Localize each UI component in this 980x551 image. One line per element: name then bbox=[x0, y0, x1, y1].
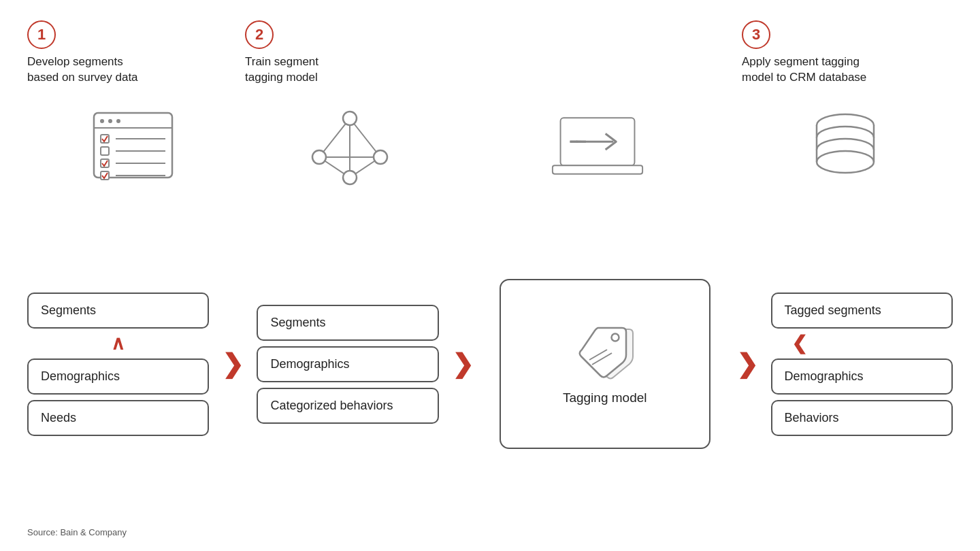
chevron-left-icon: ❮ bbox=[771, 334, 807, 353]
svg-point-39 bbox=[611, 334, 619, 341]
svg-point-19 bbox=[343, 112, 357, 125]
laptop-icon-col bbox=[458, 93, 738, 201]
step-3-col: 3 Apply segment tagging model to CRM dat… bbox=[735, 20, 953, 86]
chevron-right-3-icon: ❯ bbox=[736, 351, 758, 377]
col1-needs-box: Needs bbox=[27, 400, 209, 436]
database-icon-col bbox=[738, 93, 953, 201]
steps-row: 1 Develop segments based on survey data … bbox=[27, 20, 953, 86]
col2-demographics-box: Demographics bbox=[257, 346, 438, 382]
step-2-title: Train segment tagging model bbox=[245, 54, 318, 86]
col2-segments-box: Segments bbox=[257, 305, 438, 341]
flow-col-4: Tagged segments ❮ Demographics Behaviors bbox=[771, 293, 953, 436]
network-icon-col bbox=[242, 93, 457, 201]
database-icon bbox=[798, 106, 893, 188]
svg-point-1 bbox=[100, 119, 104, 123]
arrow-col-2: ❯ bbox=[439, 351, 487, 377]
col2-categorized-box: Categorized behaviors bbox=[257, 388, 438, 424]
svg-point-3 bbox=[116, 119, 120, 123]
caret-up-icon: ∧ bbox=[111, 334, 125, 353]
svg-point-22 bbox=[343, 171, 357, 184]
col4-tagged-box: Tagged segments bbox=[771, 293, 953, 329]
arrow-col-3: ❯ bbox=[723, 351, 771, 377]
col1-demographics-box: Demographics bbox=[27, 358, 209, 395]
svg-rect-24 bbox=[553, 165, 642, 173]
laptop-icon bbox=[550, 106, 645, 188]
source-line: Source: Bain & Company bbox=[27, 527, 953, 537]
flow-col-2: Segments Demographics Categorized behavi… bbox=[257, 305, 438, 424]
page: 1 Develop segments based on survey data … bbox=[0, 0, 980, 551]
tagging-model-box: Tagging model bbox=[500, 279, 710, 449]
svg-point-21 bbox=[374, 150, 387, 164]
flow-col-1: Segments ∧ Demographics Needs bbox=[27, 293, 209, 436]
arrow-col-1: ❯ bbox=[209, 351, 257, 377]
step-1-title: Develop segments based on survey data bbox=[27, 54, 138, 86]
network-icon bbox=[302, 106, 397, 188]
tagging-model-label: Tagging model bbox=[563, 390, 647, 405]
step-center-col bbox=[456, 20, 735, 86]
chevron-right-1-icon: ❯ bbox=[222, 351, 244, 377]
svg-rect-7 bbox=[101, 147, 109, 155]
col4-behaviors-box: Behaviors bbox=[771, 400, 953, 436]
step-1-col: 1 Develop segments based on survey data bbox=[27, 20, 238, 86]
chevron-right-2-icon: ❯ bbox=[452, 351, 474, 377]
col4-demographics-box: Demographics bbox=[771, 358, 953, 395]
tag-icon bbox=[568, 322, 642, 384]
survey-icon bbox=[87, 106, 182, 188]
step-3-title: Apply segment tagging model to CRM datab… bbox=[742, 54, 866, 86]
svg-point-2 bbox=[108, 119, 112, 123]
flow-col-3: Tagging model bbox=[487, 279, 723, 449]
svg-point-20 bbox=[312, 150, 326, 164]
step-2-col: 2 Train segment tagging model bbox=[238, 20, 456, 86]
icons-row bbox=[27, 93, 953, 201]
svg-point-35 bbox=[817, 151, 874, 173]
survey-icon-col bbox=[27, 93, 242, 201]
flow-row: Segments ∧ Demographics Needs ❯ Segments… bbox=[27, 210, 953, 519]
step-1-number: 1 bbox=[27, 20, 56, 49]
step-2-number: 2 bbox=[245, 20, 274, 49]
step-3-number: 3 bbox=[742, 20, 770, 49]
col1-segments-box: Segments bbox=[27, 293, 209, 329]
